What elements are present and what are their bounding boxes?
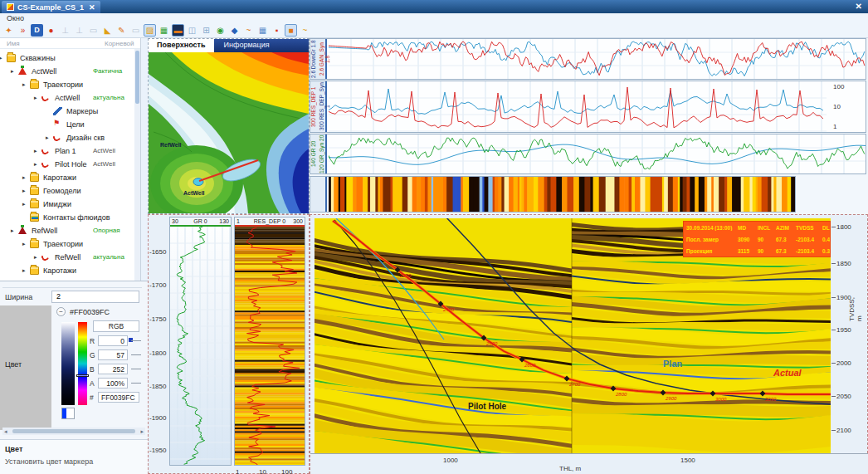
tree-item-markers[interactable]: Маркеры xyxy=(0,105,141,118)
hue-bar[interactable] xyxy=(78,322,87,405)
tree-item-actwell[interactable]: ▸ActWellФактична xyxy=(0,65,141,78)
tree-item-label[interactable]: RefWell xyxy=(55,251,80,264)
tree-item-label[interactable]: Траектории xyxy=(43,78,83,91)
surface-map[interactable]: RefWell ActWell xyxy=(149,52,309,213)
tree-item-images[interactable]: ▸Имиджи xyxy=(0,198,141,211)
tree-item-label[interactable]: Имиджи xyxy=(43,198,71,211)
heatmap-view-icon[interactable]: ■ xyxy=(285,24,297,37)
tab-close-icon[interactable]: ✕ xyxy=(89,3,95,12)
expander-icon[interactable]: ▸ xyxy=(22,237,26,251)
unlink-tool-icon[interactable]: ⊥ xyxy=(73,24,85,37)
channel-r-slider[interactable] xyxy=(131,340,141,341)
flags-view-icon[interactable]: ▪ xyxy=(271,24,283,37)
tree-item-geomodels[interactable]: ▸Геомодели xyxy=(0,184,141,198)
res-track[interactable]: 1 RES_DEP 0 300 xyxy=(234,217,305,466)
saturation-value-box[interactable] xyxy=(61,322,75,405)
channel-b-slider[interactable] xyxy=(131,369,141,369)
grid-view-icon[interactable]: ▦ xyxy=(158,24,170,37)
expander-icon[interactable]: ▸ xyxy=(34,158,37,171)
window-close-icon[interactable]: ✕ xyxy=(856,2,862,11)
tree-item-pilot-hole[interactable]: ▸Pilot HoleActWell xyxy=(0,158,141,171)
expander-icon[interactable]: ▸ xyxy=(34,251,37,264)
tree-item-label[interactable]: ActWell xyxy=(55,91,80,105)
tree-item-label[interactable]: Скважины xyxy=(20,51,56,65)
tree-scrollbar[interactable] xyxy=(134,49,140,281)
expander-icon[interactable]: ▸ xyxy=(34,144,37,158)
channel-a-input[interactable]: 100% xyxy=(98,378,128,388)
tree-scrollbar-thumb[interactable] xyxy=(135,51,139,104)
hue-marker[interactable] xyxy=(76,374,89,377)
tree-item-label[interactable]: Маркеры xyxy=(66,105,98,118)
tree-item-refwell-traj[interactable]: ▸RefWellактуальна xyxy=(0,251,141,264)
data-box-icon[interactable]: D xyxy=(31,24,43,37)
curve-view-icon[interactable]: ~ xyxy=(242,24,255,37)
wave-view-icon[interactable]: ~ xyxy=(299,24,311,37)
tree-item-label[interactable]: RefWell xyxy=(32,224,57,237)
tree-item-ref-logs[interactable]: ▸Каротажи xyxy=(0,264,141,277)
expander-icon[interactable]: ▸ xyxy=(22,78,26,91)
tree-item-ref-trajectories[interactable]: ▸Траектории xyxy=(0,237,141,251)
properties-hscrollbar[interactable]: ◂ ▸ xyxy=(2,428,145,435)
channel-r-input[interactable]: 0 xyxy=(98,335,128,346)
expander-icon[interactable]: ▸ xyxy=(34,91,37,105)
expander-icon[interactable]: ▸ xyxy=(11,65,14,78)
menu-item-window[interactable]: Окно xyxy=(7,14,24,22)
hscrollbar-thumb[interactable] xyxy=(12,429,135,433)
tree-item-label[interactable]: Цели xyxy=(66,118,85,131)
expander-icon[interactable]: ▸ xyxy=(22,264,26,277)
gr-track[interactable]: 30 GR 0 130 xyxy=(169,217,232,466)
tree-item-actwell-traj[interactable]: ▸ActWellактуальна xyxy=(0,91,141,105)
expander-icon[interactable]: ▸ xyxy=(46,131,49,144)
ruler-tool-icon[interactable]: ◣ xyxy=(101,24,114,37)
channel-g-slider[interactable] xyxy=(131,354,141,355)
tab-surface[interactable]: Поверхность xyxy=(149,39,214,52)
channel-g-input[interactable]: 57 xyxy=(98,349,128,360)
log-track-density[interactable]: 2.6 DownGr 1.8 2.6 GAN_Syn 1.8 xyxy=(310,38,866,80)
current-color-swatch[interactable] xyxy=(61,408,75,419)
tree-item-label[interactable]: Каротажи xyxy=(43,264,76,277)
link-tool-icon[interactable]: ⊥ xyxy=(59,24,71,37)
log-track-gamma[interactable]: 140 GR 20 120 GR_Syn 20 xyxy=(310,134,866,174)
tree-item-label[interactable]: Контакты флюидов xyxy=(43,211,110,224)
scroll-right-icon[interactable]: ▸ xyxy=(140,428,144,435)
surface-view-icon[interactable]: ▨ xyxy=(144,24,156,37)
frame-tool-2-icon[interactable]: ▭ xyxy=(129,24,142,37)
tree-item-wells[interactable]: ▸Скважины xyxy=(0,51,141,65)
width-input[interactable]: 2 xyxy=(51,291,139,303)
color-expander-button[interactable]: − xyxy=(56,307,66,316)
tree-item-label[interactable]: Дизайн скв xyxy=(66,131,105,144)
expander-icon[interactable]: ▸ xyxy=(11,224,14,237)
tree-item-logs[interactable]: ▸Каротажи xyxy=(0,171,141,184)
target-view-icon[interactable]: ◉ xyxy=(214,24,227,37)
tab-information[interactable]: Информация xyxy=(214,39,280,52)
expander-icon[interactable]: ▸ xyxy=(22,198,26,211)
mesh-view-icon[interactable]: ▦ xyxy=(256,24,269,37)
channel-hex-input[interactable]: FF0039FC xyxy=(98,392,139,403)
forward-arrows-icon[interactable]: » xyxy=(17,24,29,37)
expander-icon[interactable]: ▸ xyxy=(0,51,2,65)
channel-b-input[interactable]: 252 xyxy=(98,364,128,374)
droplet-view-icon[interactable]: ◆ xyxy=(228,24,241,37)
document-tab[interactable]: CS-Example_CS_1 ✕ xyxy=(2,1,100,13)
channel-a-slider[interactable] xyxy=(131,383,141,384)
brush-tool-icon[interactable]: ✎ xyxy=(115,24,128,37)
tree-item-label[interactable]: Траектории xyxy=(43,237,83,251)
log-track-resistivity[interactable]: 300 RES_DEP 1 300 RES_DEP_Syn 1 100 10 1 xyxy=(310,81,866,133)
scroll-left-icon[interactable]: ◂ xyxy=(4,428,7,435)
section-view-icon[interactable]: ▬ xyxy=(172,24,184,37)
tree-item-trajectories[interactable]: ▸Траектории xyxy=(0,78,141,91)
expander-icon[interactable]: ▸ xyxy=(22,184,26,198)
tree-item-label[interactable]: Геомодели xyxy=(43,184,81,198)
split-horizontal-icon[interactable]: ◫ xyxy=(186,24,198,37)
tree-item-well-design[interactable]: ▸Дизайн скв xyxy=(0,131,141,144)
tree-item-label[interactable]: Pilot Hole xyxy=(55,158,87,171)
tree-item-fluid-contacts[interactable]: Контакты флюидов xyxy=(0,211,141,224)
pan-tool-icon[interactable]: ✦ xyxy=(2,24,15,37)
tree-item-plan1[interactable]: ▸Plan 1ActWell xyxy=(0,144,141,158)
frame-tool-icon[interactable]: ▭ xyxy=(87,24,100,37)
tree-item-refwell[interactable]: ▸RefWellОпорная xyxy=(0,224,141,237)
log-track-image[interactable] xyxy=(310,176,796,213)
tree-item-targets[interactable]: Цели xyxy=(0,118,141,131)
tree-item-label[interactable]: Plan 1 xyxy=(55,144,76,158)
split-grid-icon[interactable]: ⊞ xyxy=(200,24,212,37)
